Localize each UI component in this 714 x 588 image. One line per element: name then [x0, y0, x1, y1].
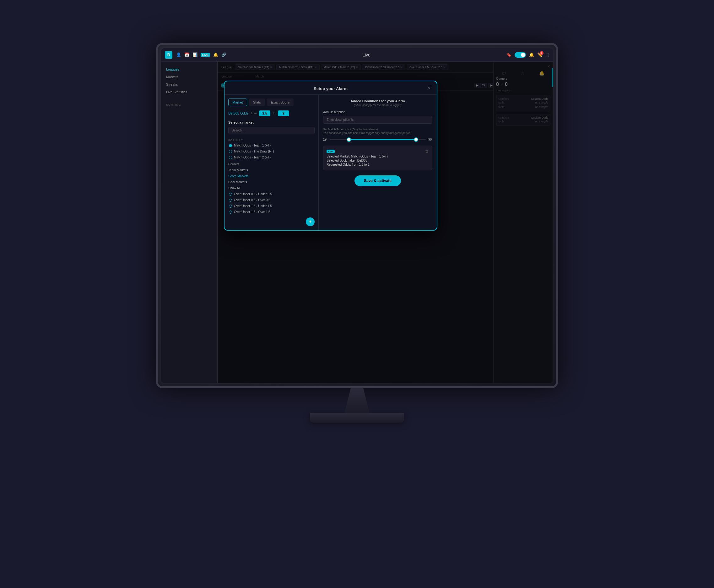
- edit-icon[interactable]: ✏️2: [537, 52, 542, 57]
- market-radio-1[interactable]: [229, 144, 232, 147]
- modal-title: Setup your Alarm: [314, 86, 348, 91]
- slider-fill: [349, 139, 416, 140]
- slider-thumb-left[interactable]: [347, 138, 351, 142]
- slider-thumb-right[interactable]: [414, 138, 418, 142]
- odds-to-input[interactable]: 2: [278, 110, 289, 116]
- bell-icon[interactable]: 🔔: [213, 52, 218, 57]
- theme-toggle[interactable]: [515, 52, 526, 58]
- market-item-5-text: Over/Under 0.5 - Over 0.5: [234, 198, 270, 202]
- corners-category[interactable]: Corners: [228, 161, 314, 167]
- market-category-nav: Popular Match Odds - Team 1 (FT) Match O…: [228, 136, 314, 161]
- modal-left-panel: Market Stats Exact Score Bet365 Odds fro…: [224, 95, 319, 230]
- live-badge[interactable]: LIVE: [201, 53, 210, 57]
- sidebar-item-leagues[interactable]: Leagues: [161, 66, 217, 73]
- content-area: League Match Odds Team 1 (FT) ✕ Match Od…: [218, 62, 553, 383]
- market-radio-6[interactable]: [229, 205, 232, 208]
- odds-selector: Bet365 Odds from 1,5 to 2: [228, 110, 314, 116]
- monitor-neck: [344, 388, 370, 413]
- stats-icon[interactable]: 📊: [192, 52, 198, 57]
- calendar-icon[interactable]: 📅: [184, 52, 189, 57]
- sorting-label: Sorting: [161, 102, 217, 108]
- logout-icon[interactable]: ⬚: [545, 52, 549, 57]
- to-label: to: [273, 112, 276, 115]
- time-to-label: 90': [428, 138, 432, 141]
- app-logo: B: [165, 51, 172, 59]
- market-item-4[interactable]: Over/Under 0.5 - Under 0.5: [228, 191, 314, 197]
- market-item-5[interactable]: Over/Under 0.5 - Over 0.5: [228, 197, 314, 203]
- condition-live-badge: Live: [327, 150, 335, 153]
- market-item-1[interactable]: Match Odds - Team 1 (FT): [228, 143, 314, 148]
- condition-card: Live 🗑 Selected Market: Match Odds - Tea…: [323, 146, 432, 170]
- modal-close-btn[interactable]: ×: [426, 85, 432, 91]
- condition-market: Selected Market: Match Odds - Team 1 (FT…: [327, 155, 429, 158]
- sidebar-item-markets[interactable]: Markets: [161, 73, 217, 81]
- monitor-wrapper: B 👤 📅 📊 LIVE 🔔 🔗 Live 🔖 🔔 ✏️2: [153, 43, 561, 545]
- market-search-input[interactable]: [228, 127, 314, 134]
- sidebar-item-streaks[interactable]: Streaks: [161, 81, 217, 88]
- modal-header: Setup your Alarm ×: [224, 81, 437, 95]
- time-limits-qualifier: (Only for live alarms): [352, 128, 378, 131]
- description-input[interactable]: [323, 116, 432, 124]
- market-item-3[interactable]: Match Odds - Team 2 (FT): [228, 154, 314, 160]
- market-item-4-text: Over/Under 0.5 - Under 0.5: [234, 192, 272, 196]
- add-description-section: Add Description: [323, 110, 432, 124]
- goal-markets-category[interactable]: Goal Markets: [228, 179, 314, 185]
- nav-icons: 👤 📅 📊 LIVE 🔔 🔗: [176, 52, 226, 57]
- market-item-7[interactable]: Over/Under 1.5 - Over 1.5: [228, 209, 314, 215]
- market-radio-7[interactable]: [229, 211, 232, 214]
- screen: B 👤 📅 📊 LIVE 🔔 🔗 Live 🔖 🔔 ✏️2: [161, 48, 553, 383]
- condition-card-header: Live 🗑: [327, 149, 429, 153]
- condition-bookmaker: Selected Bookmaker: Bet365: [327, 159, 429, 162]
- popular-label: Popular: [228, 138, 314, 143]
- from-label: from: [251, 112, 257, 115]
- conditions-subtitle: (all must apply for the alarm to trigger…: [323, 104, 432, 107]
- add-condition-btn[interactable]: +: [306, 217, 314, 226]
- team-markets-category[interactable]: Team Markets: [228, 167, 314, 173]
- time-limits-main-label: Set Match Time Limits: [323, 128, 351, 131]
- save-activate-btn[interactable]: Save & activate: [354, 175, 401, 186]
- edit-badge: 2: [540, 51, 544, 55]
- odds-from-input[interactable]: 1,5: [259, 110, 270, 116]
- score-markets-category[interactable]: Score Markets: [228, 173, 314, 179]
- alarm-modal: Setup your Alarm × Market Stats Exact S: [224, 81, 437, 231]
- market-radio-3[interactable]: [229, 156, 232, 159]
- time-from-label: 19': [323, 138, 327, 141]
- time-limits-subtitle: The conditions you add below will trigge…: [323, 131, 432, 134]
- condition-delete-btn[interactable]: 🗑: [425, 149, 429, 153]
- conditions-title: Added Conditions for your Alarm: [323, 99, 432, 103]
- time-limits-title: Set Match Time Limits (Only for live ala…: [323, 127, 432, 131]
- sidebar: Leagues Markets Streaks Live Statistics …: [161, 62, 218, 383]
- modal-tabs: Market Stats Exact Score: [228, 99, 314, 106]
- tab-stats[interactable]: Stats: [249, 99, 265, 106]
- monitor-frame: B 👤 📅 📊 LIVE 🔔 🔗 Live 🔖 🔔 ✏️2: [156, 43, 558, 388]
- monitor-base: [310, 413, 404, 423]
- market-radio-2[interactable]: [229, 150, 232, 153]
- market-radio-4[interactable]: [229, 193, 232, 196]
- market-item-6-text: Over/Under 1.5 - Under 1.5: [234, 204, 272, 208]
- nav-right: 🔖 🔔 ✏️2 ⬚: [507, 52, 549, 58]
- time-slider-track[interactable]: [330, 139, 426, 140]
- time-limits-section: Set Match Time Limits (Only for live ala…: [323, 127, 432, 141]
- select-market-title: Select a market: [228, 121, 314, 124]
- time-slider-wrapper: 19' 90': [323, 138, 432, 141]
- tab-exact-score[interactable]: Exact Score: [267, 99, 293, 106]
- sidebar-item-live-stats[interactable]: Live Statistics: [161, 88, 217, 96]
- page-title: Live: [229, 52, 504, 58]
- add-description-label: Add Description: [323, 110, 432, 114]
- bookmark-icon[interactable]: 🔖: [507, 52, 511, 57]
- modal-body: Market Stats Exact Score Bet365 Odds fro…: [224, 95, 437, 230]
- market-item-6[interactable]: Over/Under 1.5 - Under 1.5: [228, 203, 314, 209]
- notification-icon[interactable]: 🔔: [529, 52, 534, 57]
- share-icon[interactable]: 🔗: [221, 52, 226, 57]
- market-radio-5[interactable]: [229, 198, 232, 202]
- market-item-2[interactable]: Match Odds - The Draw (FT): [228, 148, 314, 154]
- market-item-7-text: Over/Under 1.5 - Over 1.5: [234, 210, 270, 214]
- users-icon[interactable]: 👤: [176, 52, 181, 57]
- modal-right-panel: Added Conditions for your Alarm (all mus…: [319, 95, 437, 230]
- tab-market[interactable]: Market: [228, 99, 247, 106]
- odds-label: Bet365 Odds: [228, 111, 248, 115]
- show-all-category[interactable]: Show All: [228, 185, 314, 191]
- content-cols: Leagues Markets Streaks Live Statistics …: [161, 62, 553, 383]
- navbar: B 👤 📅 📊 LIVE 🔔 🔗 Live 🔖 🔔 ✏️2: [161, 48, 553, 62]
- condition-odds: Requested Odds: from 1.5 to 2: [327, 163, 429, 166]
